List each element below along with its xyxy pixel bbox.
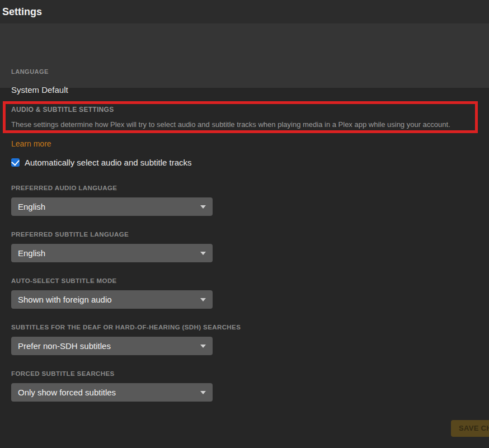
audio-subtitle-description: These settings determine how Plex will t… [11,120,450,129]
topbar: Settings [0,0,489,23]
settings-page: Settings LANGUAGE System Default AUDIO &… [0,0,489,448]
preferred-audio-language-label: PREFERRED AUDIO LANGUAGE [11,185,213,191]
sdh-searches-label: SUBTITLES FOR THE DEAF OR HARD-OF-HEARIN… [11,324,213,331]
language-section: LANGUAGE System Default [0,23,489,88]
checkmark-icon [11,158,20,166]
language-value[interactable]: System Default [11,85,68,95]
auto-select-checkbox-label: Automatically select audio and subtitle … [25,158,191,167]
dropdown-selected-value: English [18,248,200,258]
sdh-searches-dropdown[interactable]: Prefer non-SDH subtitles [11,337,213,355]
chevron-down-icon [200,345,206,348]
field-group-preferred-subtitle-language: PREFERRED SUBTITLE LANGUAGE English [11,231,213,262]
chevron-down-icon [200,205,206,209]
chevron-down-icon [200,252,206,255]
auto-select-checkbox-row: Automatically select audio and subtitle … [11,158,191,167]
forced-subtitle-searches-dropdown[interactable]: Only show forced subtitles [11,383,213,402]
page-title: Settings [0,0,489,23]
auto-select-checkbox[interactable] [11,158,20,167]
dropdown-selected-value: Prefer non-SDH subtitles [18,341,200,351]
field-group-auto-select-subtitle-mode: AUTO-SELECT SUBTITLE MODE Shown with for… [11,277,213,309]
auto-select-subtitle-mode-dropdown[interactable]: Shown with foreign audio [11,290,213,309]
learn-more-link[interactable]: Learn more [11,139,51,148]
chevron-down-icon [200,391,206,394]
field-group-forced-subtitle-searches: FORCED SUBTITLE SEARCHES Only show force… [11,370,213,402]
language-label: LANGUAGE [11,68,49,75]
audio-subtitle-heading: AUDIO & SUBTITLE SETTINGS [11,106,114,114]
field-group-sdh-searches: SUBTITLES FOR THE DEAF OR HARD-OF-HEARIN… [11,324,213,355]
auto-select-subtitle-mode-label: AUTO-SELECT SUBTITLE MODE [11,277,213,284]
preferred-audio-language-dropdown[interactable]: English [11,197,213,216]
dropdown-selected-value: Only show forced subtitles [18,388,200,397]
forced-subtitle-searches-label: FORCED SUBTITLE SEARCHES [11,370,213,377]
preferred-subtitle-language-dropdown[interactable]: English [11,244,213,262]
dropdown-selected-value: English [18,202,200,211]
chevron-down-icon [200,298,206,301]
save-changes-button[interactable]: SAVE CHANGES [451,420,489,437]
dropdown-selected-value: Shown with foreign audio [18,295,200,304]
field-group-preferred-audio-language: PREFERRED AUDIO LANGUAGE English [11,185,213,216]
preferred-subtitle-language-label: PREFERRED SUBTITLE LANGUAGE [11,231,213,238]
